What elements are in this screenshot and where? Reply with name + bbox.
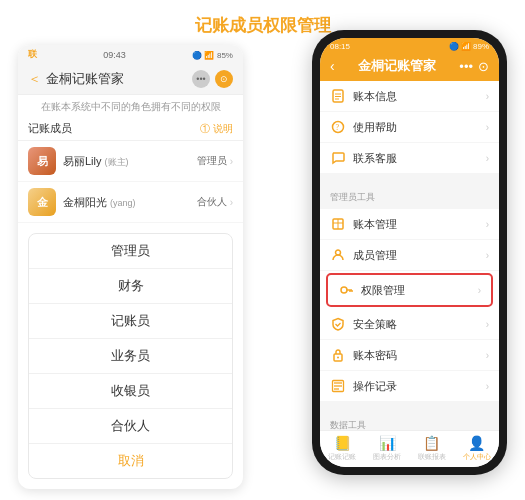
person-icon [330,247,346,263]
menu-text-book-pwd: 账本密码 [353,348,486,363]
role-option-bookkeeper[interactable]: 记账员 [29,304,232,339]
highlighted-wrapper: 权限管理 › [320,271,499,309]
phone-more-icon[interactable]: ••• [459,59,473,74]
svg-point-10 [341,287,347,293]
arrow-permission: › [478,285,481,296]
nav-label-profile: 个人中心 [463,452,491,462]
data-section-header: 数据工具 [320,409,499,430]
menu-item-operation-log[interactable]: 操作记录 › [320,371,499,401]
manager-section-header: 管理员工具 [320,181,499,207]
arrow-service: › [486,153,489,164]
menu-text-book-mgmt: 账本管理 [353,217,486,232]
page-title: 记账成员权限管理 [195,14,331,37]
arrow-operation-log: › [486,381,489,392]
nav-item-profile[interactable]: 👤 个人中心 [454,435,499,462]
nav-label-report: 联账报表 [418,452,446,462]
phone-status-bar: 08:15 🔵 📶 89% [320,38,499,53]
member-role-1: 管理员 [197,154,227,168]
nav-person-icon: 👤 [468,435,485,451]
members-label: 记账成员 [28,121,72,136]
member-row-1[interactable]: 易 易丽Lily (账主) 管理员 › [18,141,243,182]
menu-text-security: 安全策略 [353,317,486,332]
role-option-partner[interactable]: 合伙人 [29,409,232,444]
nav-item-report[interactable]: 📋 联账报表 [410,435,455,462]
role-dropdown: 管理员 财务 记账员 业务员 收银员 合伙人 取消 [28,233,233,479]
bt-icon: 🔵 [449,42,459,51]
menu-item-book-mgmt[interactable]: 账本管理 › [320,209,499,240]
svg-point-15 [337,357,339,359]
wifi-icon: 📶 [461,42,471,51]
menu-item-security[interactable]: 安全策略 › [320,309,499,340]
nav-book-icon: 📒 [334,435,351,451]
arrow-member-mgmt: › [486,250,489,261]
chat-icon [330,150,346,166]
status-bar: 联 09:43 🔵 📶 85% [18,45,243,64]
nav-item-chart[interactable]: 📊 图表分析 [365,435,410,462]
member-tag-1: (账主) [105,157,129,167]
phone-settings-icon[interactable]: ⊙ [478,59,489,74]
header-actions: ••• ⊙ [192,70,233,88]
menu-item-book-pwd[interactable]: 账本密码 › [320,340,499,371]
member-row-2[interactable]: 金 金桐阳光 (yang) 合伙人 › [18,182,243,223]
back-icon[interactable]: ＜ [28,70,41,88]
right-phone: 08:15 🔵 📶 89% ‹ 金桐记账管家 ••• ⊙ [312,30,507,475]
arrow-security: › [486,319,489,330]
role-option-finance[interactable]: 财务 [29,269,232,304]
phone-header-actions: ••• ⊙ [459,59,489,74]
more-icon[interactable]: ••• [192,70,210,88]
signal-icon: 联 [28,48,37,61]
member-avatar-2: 金 [28,188,56,216]
battery-display: 🔵 📶 85% [192,50,233,60]
hint-text: 在账本系统中不同的角色拥有不同的权限 [18,95,243,117]
book-icon [330,88,346,104]
manager-section-title: 管理员工具 [330,192,375,202]
role-option-admin[interactable]: 管理员 [29,234,232,269]
menu-item-account-info[interactable]: 账本信息 › [320,81,499,112]
member-tag-2: (yang) [110,198,136,208]
menu-text-account-info: 账本信息 [353,89,486,104]
menu-item-help[interactable]: ? 使用帮助 › [320,112,499,143]
menu-text-service: 联系客服 [353,151,486,166]
phone-time: 08:15 [330,42,350,51]
help-icon: ? [330,119,346,135]
time-display: 09:43 [103,50,126,60]
nav-item-record[interactable]: 📒 记账记账 [320,435,365,462]
explain-button[interactable]: ① 说明 [200,122,233,136]
header-left: ＜ 金桐记账管家 [28,70,124,88]
nav-chart-icon: 📊 [379,435,396,451]
book-mgmt-icon [330,216,346,232]
section-manager: 账本管理 › 成员管理 › [320,209,499,401]
battery-icon: 89% [473,42,489,51]
phone-bottom-nav: 📒 记账记账 📊 图表分析 📋 联账报表 👤 个人中心 [320,430,499,467]
arrow-account-info: › [486,91,489,102]
member-avatar-1: 易 [28,147,56,175]
section-account: 账本信息 › ? 使用帮助 › [320,81,499,173]
menu-text-help: 使用帮助 [353,120,486,135]
arrow-book-mgmt: › [486,219,489,230]
settings-icon[interactable]: ⊙ [215,70,233,88]
lock-icon [330,347,346,363]
members-header: 记账成员 ① 说明 [18,117,243,141]
menu-item-service[interactable]: 联系客服 › [320,143,499,173]
left-card: 联 09:43 🔵 📶 85% ＜ 金桐记账管家 ••• ⊙ 在账本系统中不同的… [18,45,243,489]
role-option-sales[interactable]: 业务员 [29,339,232,374]
role-option-cashier[interactable]: 收银员 [29,374,232,409]
section-bg-data: 数据工具 [320,407,499,430]
nav-label-chart: 图表分析 [373,452,401,462]
nav-report-icon: 📋 [423,435,440,451]
shield-icon [330,316,346,332]
nav-label-record: 记账记账 [328,452,356,462]
member-role-2: 合伙人 [197,195,227,209]
section-bg-manager: 管理员工具 [320,179,499,209]
cancel-button[interactable]: 取消 [29,444,232,478]
arrow-help: › [486,122,489,133]
menu-item-member-mgmt[interactable]: 成员管理 › [320,240,499,271]
phone-back-icon[interactable]: ‹ [330,58,335,74]
data-section-title: 数据工具 [330,420,366,430]
menu-text-permission: 权限管理 [361,283,478,298]
phone-header-title: 金桐记账管家 [358,57,436,75]
menu-item-permission[interactable]: 权限管理 › [326,273,493,307]
menu-text-member-mgmt: 成员管理 [353,248,486,263]
phone-header: ‹ 金桐记账管家 ••• ⊙ [320,53,499,81]
phone-screen: 08:15 🔵 📶 89% ‹ 金桐记账管家 ••• ⊙ [320,38,499,467]
